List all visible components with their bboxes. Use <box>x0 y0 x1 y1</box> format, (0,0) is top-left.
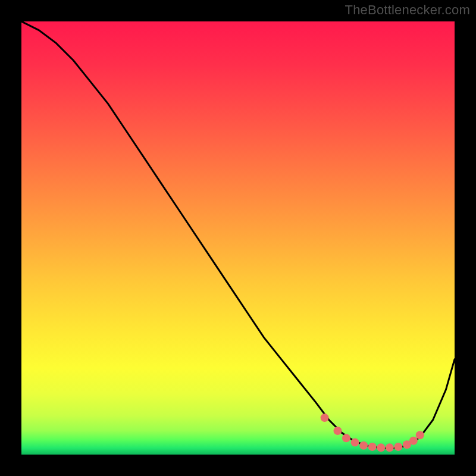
optimal-marker <box>386 443 394 452</box>
optimal-marker <box>342 434 350 442</box>
optimal-marker <box>394 443 402 451</box>
optimal-marker <box>368 443 377 451</box>
optimal-marker <box>359 441 368 450</box>
optimal-marker <box>416 431 424 439</box>
optimal-marker <box>333 427 342 435</box>
chart-plot-area <box>21 21 455 455</box>
chart-marker-layer <box>21 21 455 455</box>
optimal-marker <box>351 439 359 447</box>
optimal-marker <box>409 437 418 445</box>
watermark-text: TheBottlenecker.com <box>345 2 470 18</box>
optimal-marker <box>377 443 385 452</box>
optimal-marker <box>321 414 329 422</box>
